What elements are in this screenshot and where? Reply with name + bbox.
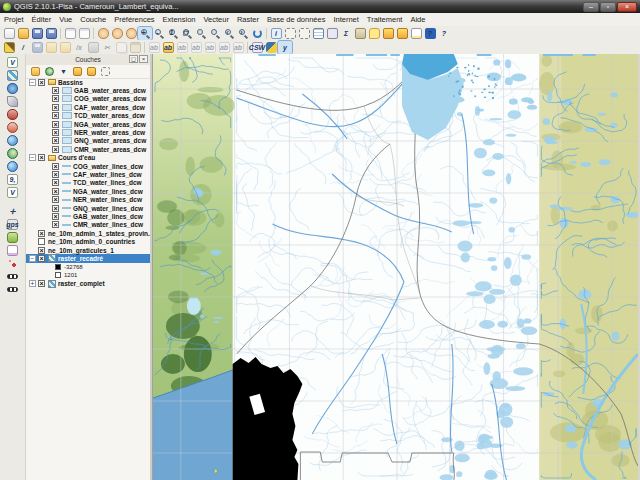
- layer-checkbox[interactable]: ×: [38, 154, 45, 161]
- layer-item-ne-10m-graticules-1[interactable]: ×ne_10m_graticules_1: [26, 246, 150, 254]
- layer-item-tcd-water-lines-dcw[interactable]: ×TCD_water_lines_dcw: [26, 179, 150, 187]
- layer-checkbox[interactable]: ×: [52, 104, 59, 111]
- add-wfs-layer-button[interactable]: [6, 160, 20, 172]
- menu-couche[interactable]: Couche: [76, 15, 110, 24]
- new-project-button[interactable]: [2, 27, 16, 40]
- layer-checkbox[interactable]: ×: [52, 221, 59, 228]
- layer-checkbox[interactable]: ×: [52, 188, 59, 195]
- layer-item-nga-water-lines-dcw[interactable]: ×NGA_water_lines_dcw: [26, 187, 150, 195]
- node-tool-button[interactable]: /x: [72, 41, 86, 54]
- layer-checkbox[interactable]: ×: [38, 247, 45, 254]
- expander-icon[interactable]: −: [29, 255, 36, 262]
- menu--diter[interactable]: Éditer: [28, 15, 56, 24]
- layer-item-gnq-water-lines-dcw[interactable]: ×GNQ_water_lines_dcw: [26, 204, 150, 212]
- zoom-full-extent-button[interactable]: ◻: [180, 27, 194, 40]
- refresh-map-button[interactable]: [250, 27, 264, 40]
- osm-place-search-button[interactable]: [6, 257, 20, 269]
- group-item-bassins[interactable]: −×Bassins: [26, 78, 150, 86]
- new-print-composer-button[interactable]: [63, 27, 77, 40]
- layer-checkbox[interactable]: ×: [52, 205, 59, 212]
- layer-item-tcd-water-areas-dcw[interactable]: ×TCD_water_areas_dcw: [26, 112, 150, 120]
- layer-checkbox[interactable]: ×: [52, 87, 59, 94]
- layer-checkbox[interactable]: ×: [52, 146, 59, 153]
- zoom-out-button[interactable]: -: [152, 27, 166, 40]
- plugin-tool-button[interactable]: [6, 231, 20, 243]
- menu-vue[interactable]: Vue: [55, 15, 76, 24]
- add-mssql-layer-button[interactable]: [6, 108, 20, 120]
- layer-item-cmr-water-lines-dcw[interactable]: ×CMR_water_lines_dcw: [26, 221, 150, 229]
- layer-checkbox[interactable]: ×: [52, 95, 59, 102]
- layer-item-cog-water-lines-dcw[interactable]: ×COG_water_lines_dcw: [26, 162, 150, 170]
- layer-item-raster-recadr[interactable]: −×raster_recadré: [26, 254, 150, 262]
- identify-features-button[interactable]: i: [269, 27, 283, 40]
- expander-icon[interactable]: −: [29, 154, 36, 161]
- rotate-label-button[interactable]: ab: [217, 41, 231, 54]
- layer-item-ner-water-areas-dcw[interactable]: ×NER_water_areas_dcw: [26, 128, 150, 136]
- layer-checkbox[interactable]: ×: [52, 196, 59, 203]
- layer-checkbox[interactable]: ×: [38, 280, 45, 287]
- map-annotation-button[interactable]: [6, 244, 20, 256]
- highlight-pinned-labels-button[interactable]: ab: [147, 41, 161, 54]
- gps-information-button[interactable]: gps: [6, 218, 20, 230]
- legend-entry-32768[interactable]: -32768: [26, 263, 150, 271]
- move-label-button[interactable]: ab: [203, 41, 217, 54]
- metasearch-csw-button[interactable]: CSW: [250, 41, 264, 54]
- menu-vecteur[interactable]: Vecteur: [200, 15, 233, 24]
- layer-checkbox[interactable]: ×: [52, 112, 59, 119]
- menu-pr-f-rences[interactable]: Préférences: [110, 15, 158, 24]
- layer-checkbox[interactable]: ×: [38, 79, 45, 86]
- add-wms-layer-button[interactable]: [6, 134, 20, 146]
- move-feature-button[interactable]: [58, 41, 72, 54]
- layer-labeling-options-button[interactable]: ab: [161, 41, 175, 54]
- zoom-to-layer-button[interactable]: [208, 27, 222, 40]
- field-calculator-button[interactable]: [325, 27, 339, 40]
- layer-checkbox[interactable]: ×: [38, 230, 45, 237]
- layer-item-nga-water-areas-dcw[interactable]: ×NGA_water_areas_dcw: [26, 120, 150, 128]
- current-edits-button[interactable]: [2, 41, 16, 54]
- text-annotation-button[interactable]: [409, 27, 423, 40]
- menu-projet[interactable]: Projet: [0, 15, 28, 24]
- layer-item-cog-water-areas-dcw[interactable]: ×COG_water_areas_dcw: [26, 95, 150, 103]
- change-label-button[interactable]: ab: [231, 41, 245, 54]
- legend-entry-1201[interactable]: 1201: [26, 271, 150, 279]
- layer-checkbox[interactable]: ×: [52, 137, 59, 144]
- copy-features-button[interactable]: [114, 41, 128, 54]
- zoom-last-button[interactable]: ‹: [222, 27, 236, 40]
- save-layer-edits-button[interactable]: [30, 41, 44, 54]
- layer-item-cmr-water-areas-dcw[interactable]: ×CMR_water_areas_dcw: [26, 145, 150, 153]
- layer-checkbox[interactable]: ×: [52, 163, 59, 170]
- help-contents-button[interactable]: ?: [423, 27, 437, 40]
- minimize-button[interactable]: –: [583, 2, 599, 12]
- layer-item-caf-water-lines-dcw[interactable]: ×CAF_water_lines_dcw: [26, 170, 150, 178]
- layer-checkbox[interactable]: [38, 238, 45, 245]
- scale-bar-button[interactable]: [6, 270, 20, 282]
- save-project-as-button[interactable]: [44, 27, 58, 40]
- save-project-button[interactable]: [30, 27, 44, 40]
- layer-checkbox[interactable]: ×: [38, 255, 45, 262]
- manage-layer-visibility-button[interactable]: [44, 66, 55, 77]
- layer-item-ne-10m-admin-0-countries[interactable]: ne_10m_admin_0_countries: [26, 237, 150, 245]
- new-shapefile-layer-button[interactable]: V: [6, 186, 20, 198]
- float-panel-button[interactable]: ◻: [129, 55, 138, 63]
- whats-this-button[interactable]: ?: [437, 27, 451, 40]
- show-bookmarks-button[interactable]: [395, 27, 409, 40]
- layer-item-gab-water-areas-dcw[interactable]: ×GAB_water_areas_dcw: [26, 86, 150, 94]
- paste-features-button[interactable]: [128, 41, 142, 54]
- map-tips-button[interactable]: [367, 27, 381, 40]
- restore-button[interactable]: ▫: [600, 2, 616, 12]
- delete-selected-button[interactable]: [86, 41, 100, 54]
- layer-checkbox[interactable]: ×: [52, 171, 59, 178]
- add-feature-button[interactable]: [44, 41, 58, 54]
- add-group-button[interactable]: [30, 66, 41, 77]
- show-hide-labels-button[interactable]: ab: [189, 41, 203, 54]
- layer-item-ne-10m-admin-1-states-provin[interactable]: ×ne_10m_admin_1_states_provin...: [26, 229, 150, 237]
- add-raster-layer-button[interactable]: [6, 69, 20, 81]
- coordinate-capture-button[interactable]: ✛: [6, 205, 20, 217]
- menu-extension[interactable]: Extension: [159, 15, 200, 24]
- deselect-features-button[interactable]: [297, 27, 311, 40]
- remove-layer-button[interactable]: [100, 66, 111, 77]
- menu-base-de-donn-es[interactable]: Base de données: [263, 15, 329, 24]
- zoom-next-button[interactable]: ›: [236, 27, 250, 40]
- measure-button[interactable]: [353, 27, 367, 40]
- composer-manager-button[interactable]: [77, 27, 91, 40]
